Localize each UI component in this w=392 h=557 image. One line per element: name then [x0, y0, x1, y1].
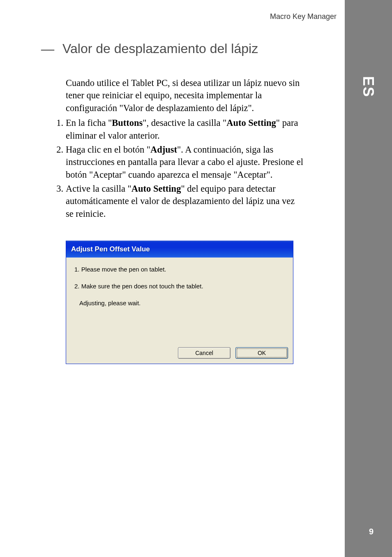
cancel-button[interactable]: Cancel	[178, 347, 231, 359]
language-label: ES	[360, 76, 377, 97]
list-text: En la ficha "Buttons", desactive la casi…	[66, 117, 304, 142]
list-number: 1.	[53, 117, 66, 142]
dialog-instruction-2: 2. Make sure the pen does not touch the …	[74, 283, 285, 290]
list-number: 2.	[53, 144, 66, 181]
dialog-instruction-1: 1. Please move the pen on tablet.	[74, 266, 285, 273]
content: — Valor de desplazamiento del lápiz Cuan…	[41, 41, 304, 364]
dialog-status: Adjusting, please wait.	[74, 299, 285, 306]
dialog-titlebar: Adjust Pen Offset Value	[66, 241, 293, 258]
numbered-list: 1. En la ficha "Buttons", desactive la c…	[53, 117, 304, 220]
section-heading: — Valor de desplazamiento del lápiz	[41, 41, 304, 56]
heading-dash: —	[41, 41, 54, 56]
list-item: 1. En la ficha "Buttons", desactive la c…	[53, 117, 304, 142]
dialog-window: Adjust Pen Offset Value 1. Please move t…	[66, 241, 293, 364]
page-number: 9	[369, 527, 374, 536]
list-text: Haga clic en el botón "Adjust". A contin…	[66, 144, 304, 181]
intro-paragraph: Cuando utilice el Tablet PC, si desea ut…	[66, 77, 304, 114]
sidebar: ES 9	[345, 0, 392, 557]
header-title: Macro Key Manager	[270, 12, 337, 21]
list-item: 3. Active la casilla "Auto Setting" del …	[53, 183, 304, 220]
list-item: 2. Haga clic en el botón "Adjust". A con…	[53, 144, 304, 181]
list-text: Active la casilla "Auto Setting" del equ…	[66, 183, 304, 220]
dialog-button-row: Cancel OK	[66, 344, 293, 364]
heading-text: Valor de desplazamiento del lápiz	[62, 41, 258, 56]
ok-button[interactable]: OK	[235, 347, 288, 359]
list-number: 3.	[53, 183, 66, 220]
dialog-title: Adjust Pen Offset Value	[71, 245, 150, 253]
dialog-body: 1. Please move the pen on tablet. 2. Mak…	[66, 258, 293, 344]
